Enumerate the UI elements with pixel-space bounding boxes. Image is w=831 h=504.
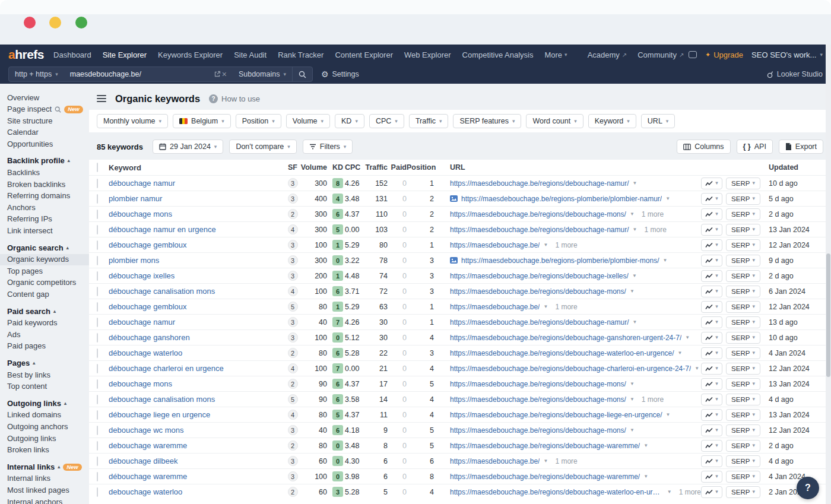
sidebar-item[interactable]: Broken backlinks ▴ xyxy=(0,179,89,191)
api-button[interactable]: { } API xyxy=(737,140,773,154)
row-checkbox[interactable] xyxy=(97,364,98,373)
scrollbar[interactable] xyxy=(826,45,831,504)
serp-button[interactable]: SERP ▾ xyxy=(726,440,760,452)
position-history-chart-button[interactable]: ▾ xyxy=(701,409,722,421)
position-history-chart-button[interactable]: ▾ xyxy=(701,301,722,313)
row-checkbox[interactable] xyxy=(97,318,98,327)
url-link[interactable]: https://maesdebouchage.be/ xyxy=(450,303,540,311)
keyword-link[interactable]: débouchage gembloux xyxy=(109,240,187,249)
filter-pill[interactable]: Volume ▾ xyxy=(286,114,330,128)
sidebar-item[interactable]: Referring IPs ▴ xyxy=(0,214,89,226)
keyword-link[interactable]: débouchage namur en urgence xyxy=(109,225,216,234)
keyword-link[interactable]: debouchage namur xyxy=(109,318,175,327)
sidebar-item[interactable]: Overview ▴ xyxy=(0,92,89,104)
sidebar-item[interactable]: Paid search ▴ xyxy=(0,306,89,318)
sidebar-item[interactable]: Referring domains ▴ xyxy=(0,191,89,202)
position-history-chart-button[interactable]: ▾ xyxy=(701,239,722,251)
position-history-chart-button[interactable]: ▾ xyxy=(701,363,722,375)
caret-down-icon[interactable]: ▼ xyxy=(667,489,672,495)
keyword-link[interactable]: débouchage canalisation mons xyxy=(109,287,215,296)
keyword-link[interactable]: debouchage waremme xyxy=(109,441,187,450)
keyword-link[interactable]: debouchage canalisation mons xyxy=(109,395,215,404)
keyword-link[interactable]: débouchage liege en urgence xyxy=(109,410,210,419)
url-link[interactable]: https://maesdebouchage.be/regions/debouc… xyxy=(450,210,626,218)
sidebar-item[interactable]: Most linked pages ▴ xyxy=(0,484,89,496)
nav-item[interactable]: Keywords Explorer ▾ xyxy=(158,50,223,59)
keyword-link[interactable]: débouchage mons xyxy=(109,210,172,218)
position-history-chart-button[interactable]: ▾ xyxy=(701,424,722,436)
position-history-chart-button[interactable]: ▾ xyxy=(701,378,722,390)
close-window-button[interactable] xyxy=(24,17,36,28)
sidebar-item[interactable]: Ads ▴ xyxy=(0,329,89,341)
position-history-chart-button[interactable]: ▾ xyxy=(701,286,722,297)
caret-down-icon[interactable]: ▼ xyxy=(633,227,637,232)
serp-button[interactable]: SERP ▾ xyxy=(726,394,760,405)
position-history-chart-button[interactable]: ▾ xyxy=(701,208,722,220)
scope-select[interactable]: Subdomains ▾ xyxy=(233,67,292,81)
header-kd[interactable]: KD xyxy=(327,163,345,172)
looker-studio-link[interactable]: Looker Studio xyxy=(767,70,823,78)
keyword-link[interactable]: débouchage namur xyxy=(109,179,175,188)
nav-external-link[interactable]: Academy ↗ xyxy=(588,50,627,59)
minimize-window-button[interactable] xyxy=(49,17,61,28)
row-checkbox[interactable] xyxy=(97,271,98,281)
url-link[interactable]: https://maesdebouchage.be/regions/debouc… xyxy=(450,318,629,327)
row-checkbox[interactable] xyxy=(97,487,98,497)
filter-pill[interactable]: CPC ▾ xyxy=(369,114,404,128)
header-keyword[interactable]: Keyword xyxy=(109,163,287,172)
serp-button[interactable]: SERP ▾ xyxy=(726,193,760,205)
row-checkbox[interactable] xyxy=(97,472,98,481)
row-checkbox[interactable] xyxy=(97,256,98,265)
settings-button[interactable]: ⚙ Settings xyxy=(321,69,359,79)
clear-input-icon[interactable]: × xyxy=(221,69,233,79)
row-checkbox[interactable] xyxy=(97,287,98,296)
serp-button[interactable]: SERP ▾ xyxy=(726,255,760,267)
more-urls-link[interactable]: 1 more xyxy=(679,488,701,496)
url-link[interactable]: https://maesdebouchage.be/regions/debouc… xyxy=(450,334,681,342)
export-button[interactable]: Export xyxy=(779,140,823,154)
caret-down-icon[interactable]: ▼ xyxy=(630,211,635,217)
row-checkbox[interactable] xyxy=(97,379,98,389)
more-urls-link[interactable]: 1 more xyxy=(555,303,577,311)
url-link[interactable]: https://maesdebouchage.be/regions/debouc… xyxy=(450,226,629,234)
sidebar-item[interactable]: Top content ▴ xyxy=(0,381,89,393)
sidebar-item[interactable]: Link intersect ▴ xyxy=(0,226,89,237)
position-history-chart-button[interactable]: ▾ xyxy=(701,177,722,189)
keyword-link[interactable]: debouchage mons xyxy=(109,379,172,388)
keyword-link[interactable]: débouchage charleroi en urgence xyxy=(109,364,224,373)
row-checkbox[interactable] xyxy=(97,395,98,404)
sidebar-item[interactable]: Anchors ▴ xyxy=(0,202,89,214)
keyword-link[interactable]: debouchage gembloux xyxy=(109,302,187,311)
caret-down-icon[interactable]: ▼ xyxy=(630,397,635,402)
keyword-link[interactable]: plombier namur xyxy=(109,194,162,203)
account-menu[interactable]: SEO SEO's work... ▾ xyxy=(751,50,823,59)
filter-pill[interactable]: Traffic ▾ xyxy=(409,114,449,128)
position-history-chart-button[interactable]: ▾ xyxy=(701,224,722,236)
row-checkbox[interactable] xyxy=(97,457,98,466)
serp-button[interactable]: SERP ▾ xyxy=(726,270,760,282)
header-sf[interactable]: SF xyxy=(287,163,299,172)
url-link[interactable]: https://maesdebouchage.be/regions/debouc… xyxy=(450,442,640,450)
sidebar-item[interactable]: Backlinks ▴ xyxy=(0,167,89,179)
nav-item[interactable]: Dashboard ▾ xyxy=(53,50,91,59)
keyword-link[interactable]: débouchage waremme xyxy=(109,472,187,481)
columns-button[interactable]: Columns xyxy=(677,140,730,154)
sidebar-item[interactable]: Content gap ▴ xyxy=(0,289,89,301)
maximize-window-button[interactable] xyxy=(75,17,87,28)
sidebar-item[interactable]: Outgoing links ▴ xyxy=(0,398,89,410)
url-link[interactable]: https://maesdebouchage.be/regions/debouc… xyxy=(450,395,626,404)
serp-button[interactable]: SERP ▾ xyxy=(726,301,760,313)
position-history-chart-button[interactable]: ▾ xyxy=(701,193,722,205)
upgrade-button[interactable]: ✦ Upgrade xyxy=(705,50,743,59)
sidebar-item[interactable]: Organic search ▴ xyxy=(0,242,89,254)
serp-button[interactable]: SERP ▾ xyxy=(726,177,760,189)
url-link[interactable]: https://maesdebouchage.be/regions/debouc… xyxy=(450,473,640,481)
header-position[interactable]: Position xyxy=(407,163,434,172)
position-history-chart-button[interactable]: ▾ xyxy=(701,255,722,267)
serp-button[interactable]: SERP ▾ xyxy=(726,455,760,467)
sidebar-item[interactable]: Organic competitors ▴ xyxy=(0,277,89,289)
serp-button[interactable]: SERP ▾ xyxy=(726,363,760,375)
serp-button[interactable]: SERP ▾ xyxy=(726,332,760,344)
device-icon[interactable] xyxy=(689,51,697,58)
sidebar-item[interactable]: Internal links ▴ New xyxy=(0,461,89,473)
